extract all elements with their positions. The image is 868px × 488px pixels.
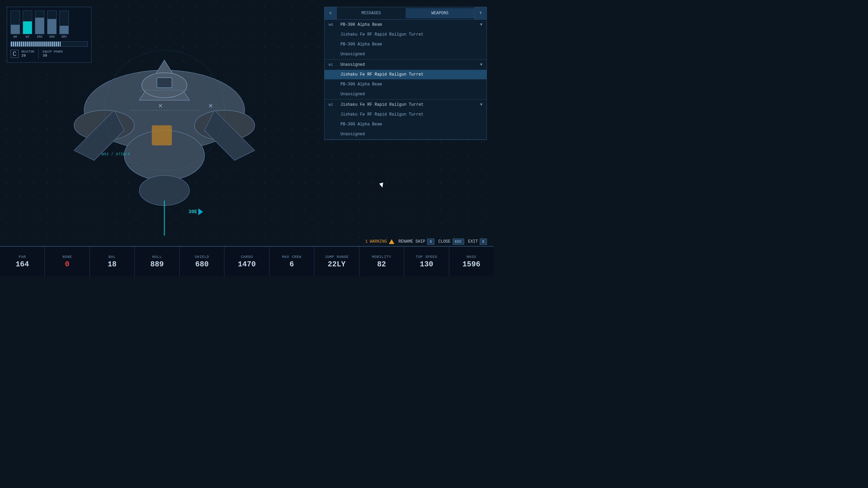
stat-label-none: NONE [62,255,72,259]
t-button[interactable]: T [474,7,487,19]
weapon-row-w1: W1 Unassigned ▼ Jishaku Fe RF Rapid Rail… [324,60,487,100]
bar-group-grv: GRV [59,11,69,39]
weapon-header-w0[interactable]: W0 PB-300 Alpha Beam ▼ [324,20,487,30]
reactor-values: REACTOR 29 [21,50,34,58]
weapon-options-w2: Jishaku Fe RF Rapid Railgun Turret PB-30… [324,110,487,139]
weapon-row-w0: W0 PB-300 Alpha Beam ▼ Jishaku Fe RF Rap… [324,20,487,60]
equip-values: EQUIP POWER 30 [43,50,63,58]
weapon-dropdown-arrow-w0[interactable]: ▼ [480,22,482,27]
bar-group-w2: W2 [23,11,32,39]
weapon-id-w2: W2 [329,103,337,107]
rename-ship-button[interactable]: RENAME SHIP G [398,237,434,246]
close-button[interactable]: CLOSE ESC [438,237,464,246]
bar-container-w2 [23,11,32,34]
stat-cargo: CARGO 1470 [224,247,269,277]
bar-label-eng: ENG [37,35,42,39]
stat-value-jump-range: 22LY [328,260,346,269]
cyan-marker: 30E [189,208,203,215]
bar-container-grv [59,11,69,34]
stat-value-top-speed: 130 [420,260,433,269]
rename-label: RENAME SHIP [398,239,425,244]
stat-value-par: 164 [16,260,29,269]
stat-value-mobility: 82 [377,260,386,269]
close-key-badge[interactable]: ESC [453,239,464,245]
stat-value-none: 0 [65,260,70,269]
equip-label: EQUIP POWER [43,50,63,54]
stat-label-hull: HULL [152,255,162,259]
bar-label-shd: SHD [49,35,55,39]
weapon-option-w0-railgun[interactable]: Jishaku Fe RF Rapid Railgun Turret [324,30,487,40]
weapon-dropdown-arrow-w1[interactable]: ▼ [480,62,482,67]
bar-fill-shd [47,19,56,34]
tab-weapons[interactable]: WEAPONS [406,8,474,18]
action-bar: 1 WARNING RENAME SHIP G CLOSE ESC EXIT E [365,237,487,246]
warning-text: WARNING [370,239,387,244]
weapon-select-w1[interactable]: Unassigned [340,62,477,67]
bar-container-w0 [11,11,20,34]
warning-triangle-icon [389,239,394,244]
weapon-option-w1-railgun[interactable]: Jishaku Fe RF Rapid Railgun Turret [324,70,487,80]
bar-group-shd: SHD [47,11,57,39]
stat-label-shield: SHIELD [195,255,209,259]
weapon-option-w0-unassigned[interactable]: Unassigned [324,49,487,59]
cyan-number: 30E [189,209,197,215]
bar-container-eng [35,11,44,34]
hud-panel: W0 W2 ENG SHD GRV [7,7,92,63]
power-bar [11,41,88,47]
stat-hull: HULL 889 [135,247,179,277]
weapon-options-w0: Jishaku Fe RF Rapid Railgun Turret PB-30… [324,30,487,59]
stat-value-mass: 1596 [462,260,480,269]
weapon-id-w0: W0 [329,23,337,27]
power-bar-fill [11,42,61,46]
weapon-option-w1-beam[interactable]: PB-300 Alpha Beam [324,80,487,89]
ship-label: W52 / STIEL5 [102,152,130,156]
exit-label: EXIT [468,239,478,244]
weapon-header-w1[interactable]: W1 Unassigned ▼ [324,60,487,70]
stat-label-par: PAR [19,255,26,259]
weapon-option-w2-beam[interactable]: PB-300 Alpha Beam [324,120,487,129]
stat-bal: BAL 18 [90,247,135,277]
weapon-section: W0 PB-300 Alpha Beam ▼ Jishaku Fe RF Rap… [324,20,487,140]
reactor-value: 29 [21,54,34,58]
stat-top-speed: TOP SPEED 130 [404,247,449,277]
tab-messages[interactable]: MESSAGES [337,8,406,18]
equip-value: 30 [43,54,63,58]
weapon-option-w1-unassigned[interactable]: Unassigned [324,89,487,99]
svg-text:✕: ✕ [158,101,162,109]
svg-rect-15 [157,78,172,88]
panel-header: 0 MESSAGES WEAPONS T [324,7,487,20]
stat-mass: MASS 1596 [449,247,494,277]
divider [38,49,39,59]
weapon-select-w0[interactable]: PB-300 Alpha Beam [340,22,477,27]
bar-group-w0: W0 [11,11,20,39]
stat-value-hull: 889 [150,260,164,269]
stat-jump-range: JUMP RANGE 22LY [314,247,359,277]
stat-label-mobility: MOBILITY [372,255,391,259]
stat-label-bal: BAL [108,255,116,259]
stat-label-cargo: CARGO [241,255,253,259]
rename-key-badge[interactable]: G [427,239,434,245]
close-label: CLOSE [438,239,451,244]
weapon-option-w2-railgun[interactable]: Jishaku Fe RF Rapid Railgun Turret [324,110,487,120]
stat-label-jump-range: JUMP RANGE [324,255,349,259]
weapon-select-w2[interactable]: Jishaku Fe RF Rapid Railgun Turret [340,102,477,107]
stat-value-shield: 680 [195,260,209,269]
right-panel: 0 MESSAGES WEAPONS T W0 PB-300 Alpha Bea… [324,7,487,140]
panel-icon[interactable]: 0 [324,7,337,19]
svg-rect-12 [152,125,172,145]
exit-button[interactable]: EXIT E [468,237,487,246]
stat-mobility: MOBILITY 82 [359,247,404,277]
reactor-row: C REACTOR 29 EQUIP POWER 30 [11,49,88,59]
stat-max-crew: MAX CREW 6 [270,247,314,277]
bar-fill-w2 [23,21,32,34]
stat-shield: SHIELD 680 [180,247,224,277]
weapon-header-w2[interactable]: W2 Jishaku Fe RF Rapid Railgun Turret ▼ [324,100,487,110]
weapon-dropdown-arrow-w2[interactable]: ▼ [480,102,482,107]
exit-key-badge[interactable]: E [480,239,487,245]
bar-fill-eng [35,18,44,34]
weapon-option-w2-unassigned[interactable]: Unassigned [324,129,487,139]
weapon-option-w0-beam[interactable]: PB-300 Alpha Beam [324,40,487,49]
bar-container-shd [47,11,57,34]
stat-label-mass: MASS [467,255,476,259]
weapon-options-w1: Jishaku Fe RF Rapid Railgun Turret PB-30… [324,70,487,99]
